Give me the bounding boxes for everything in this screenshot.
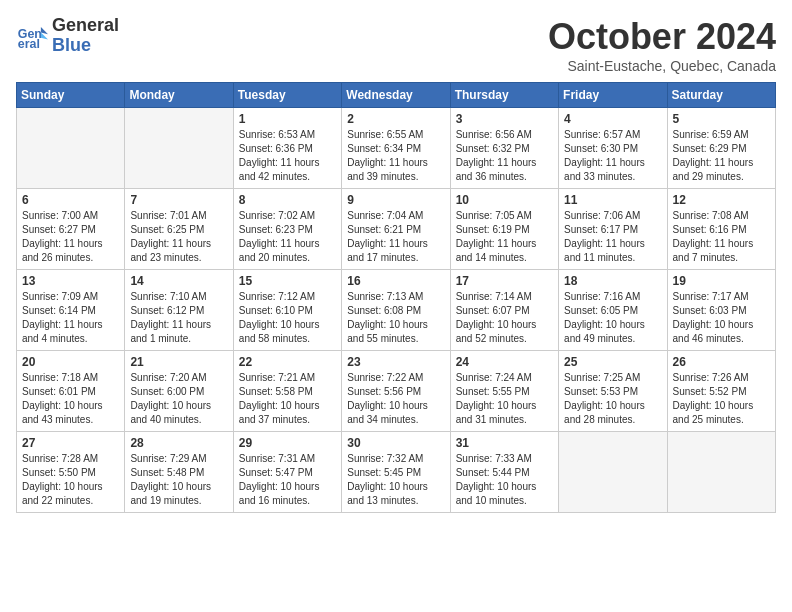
calendar-cell: 15Sunrise: 7:12 AMSunset: 6:10 PMDayligh… xyxy=(233,270,341,351)
day-info: Sunrise: 6:56 AMSunset: 6:32 PMDaylight:… xyxy=(456,128,553,184)
day-info: Sunrise: 7:33 AMSunset: 5:44 PMDaylight:… xyxy=(456,452,553,508)
day-number: 7 xyxy=(130,193,227,207)
day-number: 14 xyxy=(130,274,227,288)
day-info: Sunrise: 6:57 AMSunset: 6:30 PMDaylight:… xyxy=(564,128,661,184)
calendar-cell: 12Sunrise: 7:08 AMSunset: 6:16 PMDayligh… xyxy=(667,189,775,270)
calendar-cell xyxy=(559,432,667,513)
day-info: Sunrise: 7:25 AMSunset: 5:53 PMDaylight:… xyxy=(564,371,661,427)
calendar-cell: 24Sunrise: 7:24 AMSunset: 5:55 PMDayligh… xyxy=(450,351,558,432)
day-info: Sunrise: 7:14 AMSunset: 6:07 PMDaylight:… xyxy=(456,290,553,346)
day-number: 21 xyxy=(130,355,227,369)
day-info: Sunrise: 7:06 AMSunset: 6:17 PMDaylight:… xyxy=(564,209,661,265)
day-info: Sunrise: 7:17 AMSunset: 6:03 PMDaylight:… xyxy=(673,290,770,346)
calendar-cell: 3Sunrise: 6:56 AMSunset: 6:32 PMDaylight… xyxy=(450,108,558,189)
calendar-cell: 4Sunrise: 6:57 AMSunset: 6:30 PMDaylight… xyxy=(559,108,667,189)
calendar-header-row: SundayMondayTuesdayWednesdayThursdayFrid… xyxy=(17,83,776,108)
calendar-cell xyxy=(667,432,775,513)
day-number: 28 xyxy=(130,436,227,450)
day-info: Sunrise: 7:01 AMSunset: 6:25 PMDaylight:… xyxy=(130,209,227,265)
day-number: 19 xyxy=(673,274,770,288)
day-number: 18 xyxy=(564,274,661,288)
calendar-cell: 23Sunrise: 7:22 AMSunset: 5:56 PMDayligh… xyxy=(342,351,450,432)
page-header: Gen eral General Blue October 2024 Saint… xyxy=(16,16,776,74)
calendar-cell: 14Sunrise: 7:10 AMSunset: 6:12 PMDayligh… xyxy=(125,270,233,351)
day-info: Sunrise: 7:08 AMSunset: 6:16 PMDaylight:… xyxy=(673,209,770,265)
calendar-cell: 27Sunrise: 7:28 AMSunset: 5:50 PMDayligh… xyxy=(17,432,125,513)
calendar-cell xyxy=(125,108,233,189)
day-info: Sunrise: 7:04 AMSunset: 6:21 PMDaylight:… xyxy=(347,209,444,265)
calendar-cell: 31Sunrise: 7:33 AMSunset: 5:44 PMDayligh… xyxy=(450,432,558,513)
calendar-cell: 30Sunrise: 7:32 AMSunset: 5:45 PMDayligh… xyxy=(342,432,450,513)
week-row-5: 27Sunrise: 7:28 AMSunset: 5:50 PMDayligh… xyxy=(17,432,776,513)
day-info: Sunrise: 6:59 AMSunset: 6:29 PMDaylight:… xyxy=(673,128,770,184)
day-number: 30 xyxy=(347,436,444,450)
day-info: Sunrise: 7:10 AMSunset: 6:12 PMDaylight:… xyxy=(130,290,227,346)
day-number: 10 xyxy=(456,193,553,207)
day-number: 13 xyxy=(22,274,119,288)
logo: Gen eral General Blue xyxy=(16,16,119,56)
header-wednesday: Wednesday xyxy=(342,83,450,108)
calendar-cell: 10Sunrise: 7:05 AMSunset: 6:19 PMDayligh… xyxy=(450,189,558,270)
day-info: Sunrise: 7:16 AMSunset: 6:05 PMDaylight:… xyxy=(564,290,661,346)
calendar-cell: 21Sunrise: 7:20 AMSunset: 6:00 PMDayligh… xyxy=(125,351,233,432)
calendar-cell: 28Sunrise: 7:29 AMSunset: 5:48 PMDayligh… xyxy=(125,432,233,513)
day-number: 29 xyxy=(239,436,336,450)
month-title: October 2024 xyxy=(548,16,776,58)
header-friday: Friday xyxy=(559,83,667,108)
logo-line1: General xyxy=(52,16,119,36)
day-info: Sunrise: 7:20 AMSunset: 6:00 PMDaylight:… xyxy=(130,371,227,427)
day-info: Sunrise: 7:21 AMSunset: 5:58 PMDaylight:… xyxy=(239,371,336,427)
day-info: Sunrise: 7:00 AMSunset: 6:27 PMDaylight:… xyxy=(22,209,119,265)
calendar-cell: 1Sunrise: 6:53 AMSunset: 6:36 PMDaylight… xyxy=(233,108,341,189)
day-number: 22 xyxy=(239,355,336,369)
day-info: Sunrise: 7:24 AMSunset: 5:55 PMDaylight:… xyxy=(456,371,553,427)
svg-text:eral: eral xyxy=(18,37,40,51)
week-row-2: 6Sunrise: 7:00 AMSunset: 6:27 PMDaylight… xyxy=(17,189,776,270)
day-info: Sunrise: 7:02 AMSunset: 6:23 PMDaylight:… xyxy=(239,209,336,265)
calendar-cell: 2Sunrise: 6:55 AMSunset: 6:34 PMDaylight… xyxy=(342,108,450,189)
calendar-cell: 22Sunrise: 7:21 AMSunset: 5:58 PMDayligh… xyxy=(233,351,341,432)
day-info: Sunrise: 7:09 AMSunset: 6:14 PMDaylight:… xyxy=(22,290,119,346)
day-info: Sunrise: 7:26 AMSunset: 5:52 PMDaylight:… xyxy=(673,371,770,427)
day-info: Sunrise: 7:32 AMSunset: 5:45 PMDaylight:… xyxy=(347,452,444,508)
week-row-1: 1Sunrise: 6:53 AMSunset: 6:36 PMDaylight… xyxy=(17,108,776,189)
day-number: 5 xyxy=(673,112,770,126)
calendar-cell: 6Sunrise: 7:00 AMSunset: 6:27 PMDaylight… xyxy=(17,189,125,270)
day-number: 11 xyxy=(564,193,661,207)
calendar-cell: 26Sunrise: 7:26 AMSunset: 5:52 PMDayligh… xyxy=(667,351,775,432)
calendar-cell: 17Sunrise: 7:14 AMSunset: 6:07 PMDayligh… xyxy=(450,270,558,351)
day-info: Sunrise: 7:12 AMSunset: 6:10 PMDaylight:… xyxy=(239,290,336,346)
calendar-cell: 8Sunrise: 7:02 AMSunset: 6:23 PMDaylight… xyxy=(233,189,341,270)
calendar-cell: 5Sunrise: 6:59 AMSunset: 6:29 PMDaylight… xyxy=(667,108,775,189)
logo-icon: Gen eral xyxy=(16,20,48,52)
day-number: 12 xyxy=(673,193,770,207)
day-info: Sunrise: 7:05 AMSunset: 6:19 PMDaylight:… xyxy=(456,209,553,265)
calendar-cell: 11Sunrise: 7:06 AMSunset: 6:17 PMDayligh… xyxy=(559,189,667,270)
day-number: 16 xyxy=(347,274,444,288)
calendar-cell: 19Sunrise: 7:17 AMSunset: 6:03 PMDayligh… xyxy=(667,270,775,351)
day-number: 1 xyxy=(239,112,336,126)
day-number: 4 xyxy=(564,112,661,126)
day-number: 31 xyxy=(456,436,553,450)
day-info: Sunrise: 7:31 AMSunset: 5:47 PMDaylight:… xyxy=(239,452,336,508)
day-number: 23 xyxy=(347,355,444,369)
week-row-4: 20Sunrise: 7:18 AMSunset: 6:01 PMDayligh… xyxy=(17,351,776,432)
day-number: 6 xyxy=(22,193,119,207)
day-info: Sunrise: 7:28 AMSunset: 5:50 PMDaylight:… xyxy=(22,452,119,508)
day-number: 20 xyxy=(22,355,119,369)
calendar-cell: 16Sunrise: 7:13 AMSunset: 6:08 PMDayligh… xyxy=(342,270,450,351)
title-block: October 2024 Saint-Eustache, Quebec, Can… xyxy=(548,16,776,74)
header-thursday: Thursday xyxy=(450,83,558,108)
header-monday: Monday xyxy=(125,83,233,108)
calendar-cell: 25Sunrise: 7:25 AMSunset: 5:53 PMDayligh… xyxy=(559,351,667,432)
day-info: Sunrise: 6:55 AMSunset: 6:34 PMDaylight:… xyxy=(347,128,444,184)
day-info: Sunrise: 6:53 AMSunset: 6:36 PMDaylight:… xyxy=(239,128,336,184)
header-saturday: Saturday xyxy=(667,83,775,108)
day-info: Sunrise: 7:18 AMSunset: 6:01 PMDaylight:… xyxy=(22,371,119,427)
day-number: 9 xyxy=(347,193,444,207)
calendar-cell: 7Sunrise: 7:01 AMSunset: 6:25 PMDaylight… xyxy=(125,189,233,270)
day-number: 25 xyxy=(564,355,661,369)
calendar-cell xyxy=(17,108,125,189)
calendar-table: SundayMondayTuesdayWednesdayThursdayFrid… xyxy=(16,82,776,513)
day-info: Sunrise: 7:22 AMSunset: 5:56 PMDaylight:… xyxy=(347,371,444,427)
